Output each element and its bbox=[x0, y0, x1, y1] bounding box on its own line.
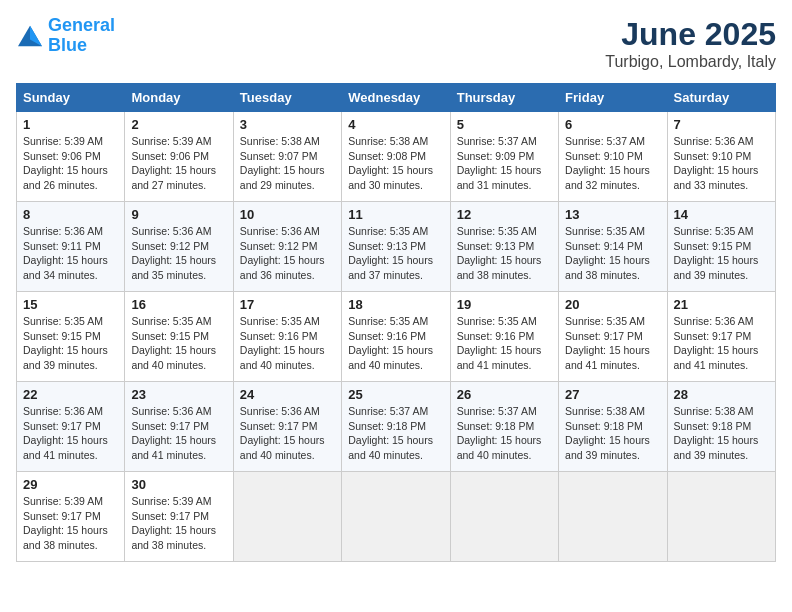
day-number: 13 bbox=[565, 207, 660, 222]
day-info: Sunrise: 5:38 AM Sunset: 9:08 PM Dayligh… bbox=[348, 134, 443, 193]
day-number: 27 bbox=[565, 387, 660, 402]
logo: General Blue bbox=[16, 16, 115, 56]
calendar-cell: 20Sunrise: 5:35 AM Sunset: 9:17 PM Dayli… bbox=[559, 292, 667, 382]
calendar-cell: 21Sunrise: 5:36 AM Sunset: 9:17 PM Dayli… bbox=[667, 292, 775, 382]
calendar-cell: 15Sunrise: 5:35 AM Sunset: 9:15 PM Dayli… bbox=[17, 292, 125, 382]
day-info: Sunrise: 5:35 AM Sunset: 9:15 PM Dayligh… bbox=[23, 314, 118, 373]
week-row-5: 29Sunrise: 5:39 AM Sunset: 9:17 PM Dayli… bbox=[17, 472, 776, 562]
day-info: Sunrise: 5:37 AM Sunset: 9:10 PM Dayligh… bbox=[565, 134, 660, 193]
calendar-cell: 27Sunrise: 5:38 AM Sunset: 9:18 PM Dayli… bbox=[559, 382, 667, 472]
day-info: Sunrise: 5:35 AM Sunset: 9:15 PM Dayligh… bbox=[674, 224, 769, 283]
calendar-cell: 9Sunrise: 5:36 AM Sunset: 9:12 PM Daylig… bbox=[125, 202, 233, 292]
day-info: Sunrise: 5:35 AM Sunset: 9:13 PM Dayligh… bbox=[457, 224, 552, 283]
day-number: 10 bbox=[240, 207, 335, 222]
logo-icon bbox=[16, 24, 44, 48]
weekday-header-friday: Friday bbox=[559, 84, 667, 112]
weekday-header-row: SundayMondayTuesdayWednesdayThursdayFrid… bbox=[17, 84, 776, 112]
day-info: Sunrise: 5:39 AM Sunset: 9:17 PM Dayligh… bbox=[131, 494, 226, 553]
day-info: Sunrise: 5:35 AM Sunset: 9:16 PM Dayligh… bbox=[240, 314, 335, 373]
calendar-cell: 11Sunrise: 5:35 AM Sunset: 9:13 PM Dayli… bbox=[342, 202, 450, 292]
calendar-cell: 2Sunrise: 5:39 AM Sunset: 9:06 PM Daylig… bbox=[125, 112, 233, 202]
day-number: 8 bbox=[23, 207, 118, 222]
day-info: Sunrise: 5:36 AM Sunset: 9:12 PM Dayligh… bbox=[131, 224, 226, 283]
calendar-cell: 6Sunrise: 5:37 AM Sunset: 9:10 PM Daylig… bbox=[559, 112, 667, 202]
week-row-3: 15Sunrise: 5:35 AM Sunset: 9:15 PM Dayli… bbox=[17, 292, 776, 382]
day-info: Sunrise: 5:36 AM Sunset: 9:17 PM Dayligh… bbox=[674, 314, 769, 373]
calendar-cell: 13Sunrise: 5:35 AM Sunset: 9:14 PM Dayli… bbox=[559, 202, 667, 292]
calendar-title: June 2025 bbox=[605, 16, 776, 53]
calendar-table: SundayMondayTuesdayWednesdayThursdayFrid… bbox=[16, 83, 776, 562]
calendar-cell: 30Sunrise: 5:39 AM Sunset: 9:17 PM Dayli… bbox=[125, 472, 233, 562]
day-info: Sunrise: 5:39 AM Sunset: 9:06 PM Dayligh… bbox=[131, 134, 226, 193]
weekday-header-monday: Monday bbox=[125, 84, 233, 112]
calendar-cell: 3Sunrise: 5:38 AM Sunset: 9:07 PM Daylig… bbox=[233, 112, 341, 202]
day-number: 29 bbox=[23, 477, 118, 492]
calendar-cell: 25Sunrise: 5:37 AM Sunset: 9:18 PM Dayli… bbox=[342, 382, 450, 472]
day-info: Sunrise: 5:39 AM Sunset: 9:06 PM Dayligh… bbox=[23, 134, 118, 193]
day-info: Sunrise: 5:35 AM Sunset: 9:15 PM Dayligh… bbox=[131, 314, 226, 373]
day-info: Sunrise: 5:36 AM Sunset: 9:17 PM Dayligh… bbox=[131, 404, 226, 463]
calendar-cell: 23Sunrise: 5:36 AM Sunset: 9:17 PM Dayli… bbox=[125, 382, 233, 472]
day-number: 6 bbox=[565, 117, 660, 132]
day-number: 12 bbox=[457, 207, 552, 222]
weekday-header-wednesday: Wednesday bbox=[342, 84, 450, 112]
calendar-cell: 29Sunrise: 5:39 AM Sunset: 9:17 PM Dayli… bbox=[17, 472, 125, 562]
calendar-cell: 28Sunrise: 5:38 AM Sunset: 9:18 PM Dayli… bbox=[667, 382, 775, 472]
day-info: Sunrise: 5:38 AM Sunset: 9:07 PM Dayligh… bbox=[240, 134, 335, 193]
day-number: 24 bbox=[240, 387, 335, 402]
logo-text: General Blue bbox=[48, 16, 115, 56]
day-number: 11 bbox=[348, 207, 443, 222]
calendar-cell: 1Sunrise: 5:39 AM Sunset: 9:06 PM Daylig… bbox=[17, 112, 125, 202]
day-info: Sunrise: 5:35 AM Sunset: 9:16 PM Dayligh… bbox=[457, 314, 552, 373]
weekday-header-thursday: Thursday bbox=[450, 84, 558, 112]
day-number: 9 bbox=[131, 207, 226, 222]
week-row-4: 22Sunrise: 5:36 AM Sunset: 9:17 PM Dayli… bbox=[17, 382, 776, 472]
calendar-cell: 19Sunrise: 5:35 AM Sunset: 9:16 PM Dayli… bbox=[450, 292, 558, 382]
day-info: Sunrise: 5:36 AM Sunset: 9:10 PM Dayligh… bbox=[674, 134, 769, 193]
calendar-cell bbox=[559, 472, 667, 562]
week-row-1: 1Sunrise: 5:39 AM Sunset: 9:06 PM Daylig… bbox=[17, 112, 776, 202]
day-info: Sunrise: 5:39 AM Sunset: 9:17 PM Dayligh… bbox=[23, 494, 118, 553]
day-info: Sunrise: 5:35 AM Sunset: 9:14 PM Dayligh… bbox=[565, 224, 660, 283]
day-number: 15 bbox=[23, 297, 118, 312]
calendar-subtitle: Turbigo, Lombardy, Italy bbox=[605, 53, 776, 71]
calendar-cell: 22Sunrise: 5:36 AM Sunset: 9:17 PM Dayli… bbox=[17, 382, 125, 472]
weekday-header-sunday: Sunday bbox=[17, 84, 125, 112]
calendar-cell bbox=[450, 472, 558, 562]
calendar-cell: 26Sunrise: 5:37 AM Sunset: 9:18 PM Dayli… bbox=[450, 382, 558, 472]
day-number: 2 bbox=[131, 117, 226, 132]
calendar-cell: 12Sunrise: 5:35 AM Sunset: 9:13 PM Dayli… bbox=[450, 202, 558, 292]
day-number: 19 bbox=[457, 297, 552, 312]
day-number: 16 bbox=[131, 297, 226, 312]
calendar-cell bbox=[233, 472, 341, 562]
day-info: Sunrise: 5:36 AM Sunset: 9:17 PM Dayligh… bbox=[23, 404, 118, 463]
calendar-cell bbox=[667, 472, 775, 562]
calendar-cell: 16Sunrise: 5:35 AM Sunset: 9:15 PM Dayli… bbox=[125, 292, 233, 382]
calendar-cell: 14Sunrise: 5:35 AM Sunset: 9:15 PM Dayli… bbox=[667, 202, 775, 292]
day-number: 5 bbox=[457, 117, 552, 132]
day-number: 7 bbox=[674, 117, 769, 132]
day-info: Sunrise: 5:36 AM Sunset: 9:12 PM Dayligh… bbox=[240, 224, 335, 283]
day-number: 28 bbox=[674, 387, 769, 402]
calendar-cell bbox=[342, 472, 450, 562]
day-info: Sunrise: 5:35 AM Sunset: 9:13 PM Dayligh… bbox=[348, 224, 443, 283]
day-number: 23 bbox=[131, 387, 226, 402]
day-info: Sunrise: 5:38 AM Sunset: 9:18 PM Dayligh… bbox=[674, 404, 769, 463]
page-header: General Blue June 2025 Turbigo, Lombardy… bbox=[16, 16, 776, 71]
day-number: 17 bbox=[240, 297, 335, 312]
day-number: 4 bbox=[348, 117, 443, 132]
day-info: Sunrise: 5:35 AM Sunset: 9:17 PM Dayligh… bbox=[565, 314, 660, 373]
week-row-2: 8Sunrise: 5:36 AM Sunset: 9:11 PM Daylig… bbox=[17, 202, 776, 292]
day-number: 20 bbox=[565, 297, 660, 312]
day-number: 26 bbox=[457, 387, 552, 402]
calendar-cell: 5Sunrise: 5:37 AM Sunset: 9:09 PM Daylig… bbox=[450, 112, 558, 202]
day-info: Sunrise: 5:36 AM Sunset: 9:11 PM Dayligh… bbox=[23, 224, 118, 283]
day-number: 30 bbox=[131, 477, 226, 492]
calendar-cell: 4Sunrise: 5:38 AM Sunset: 9:08 PM Daylig… bbox=[342, 112, 450, 202]
day-info: Sunrise: 5:37 AM Sunset: 9:09 PM Dayligh… bbox=[457, 134, 552, 193]
day-number: 25 bbox=[348, 387, 443, 402]
calendar-cell: 7Sunrise: 5:36 AM Sunset: 9:10 PM Daylig… bbox=[667, 112, 775, 202]
calendar-cell: 10Sunrise: 5:36 AM Sunset: 9:12 PM Dayli… bbox=[233, 202, 341, 292]
day-number: 21 bbox=[674, 297, 769, 312]
day-info: Sunrise: 5:35 AM Sunset: 9:16 PM Dayligh… bbox=[348, 314, 443, 373]
